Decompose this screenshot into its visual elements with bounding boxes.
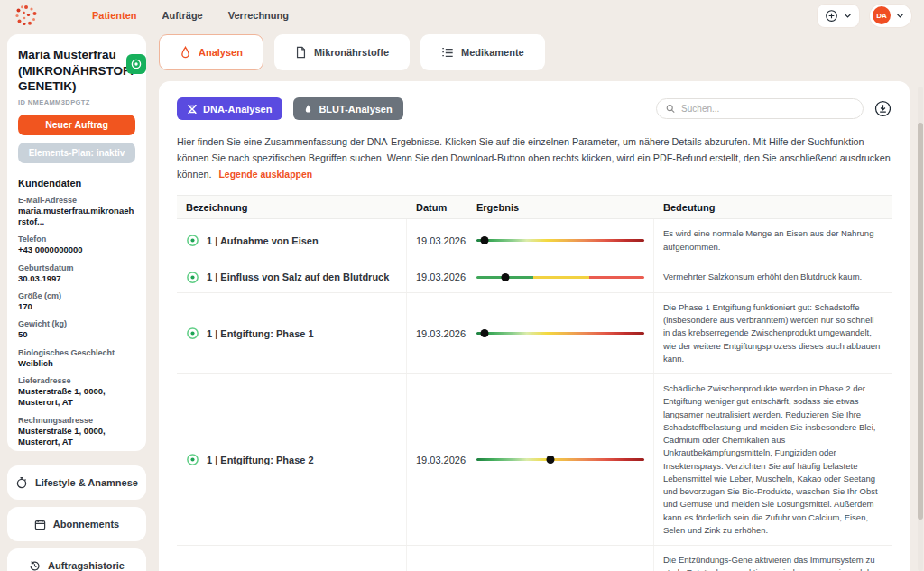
page-scrollbar[interactable] — [918, 87, 923, 571]
parameter-date: 19.03.2026 — [407, 293, 467, 373]
sidebar-item-auftragshistorie[interactable]: Auftragshistorie — [7, 548, 146, 571]
parameter-eye-icon[interactable] — [186, 327, 199, 340]
calendar-icon — [34, 519, 46, 530]
content-tabs: Analysen Mikronährstoffe Medikamente — [159, 34, 545, 70]
parameter-name: 1 | Aufnahme von Eisen — [207, 235, 319, 246]
field-label: Gewicht (kg) — [18, 319, 135, 328]
sidebar-item-label: Abonnements — [53, 519, 119, 530]
tab-label: Medikamente — [461, 47, 524, 58]
tab-mikronaehrstoffe[interactable]: Mikronährstoffe — [274, 34, 410, 70]
sidebar-item-lifestyle-anamnese[interactable]: Lifestyle & Anamnese — [7, 465, 146, 500]
download-icon — [874, 100, 892, 117]
parameter-name: 1 | Entgiftung: Phase 1 — [207, 328, 314, 339]
customer-data-title: Kundendaten — [18, 178, 135, 189]
dna-analyses-button[interactable]: DNA-Analysen — [177, 97, 282, 120]
nav-item-auftraege[interactable]: Aufträge — [162, 10, 203, 21]
field-value: Musterstraße 1, 0000, Musterort, AT — [18, 426, 135, 448]
result-scale — [476, 273, 644, 281]
field-label: Rechnungsadresse — [18, 416, 135, 425]
table-header-row: Bezeichnung Datum Ergebnis Bedeutung — [177, 195, 892, 219]
blut-analyses-label: BLUT-Analysen — [319, 104, 392, 115]
result-gradient-bar — [476, 332, 644, 335]
field-label: Geburtsdatum — [18, 263, 135, 272]
parameter-name: 1 | Einfluss von Salz auf den Blutdruck — [207, 272, 389, 282]
result-scale — [476, 236, 644, 244]
header-bezeichnung: Bezeichnung — [177, 202, 407, 213]
field-label: Lieferadresse — [18, 376, 135, 385]
result-marker-dot — [501, 273, 509, 281]
patient-sidebar: Maria Musterfrau (MIKRONÄHRSTOFF GENETIK… — [7, 34, 146, 451]
field-value: Weiblich — [18, 358, 135, 369]
app-logo-icon — [14, 4, 38, 27]
nav-item-patienten[interactable]: Patienten — [92, 10, 137, 21]
field-lieferadresse: Lieferadresse Musterstraße 1, 0000, Must… — [18, 376, 135, 409]
results-rows: 1 | Aufnahme von Eisen 19.03.2026 Es wir… — [177, 219, 892, 571]
user-menu-button[interactable]: DA — [870, 5, 911, 27]
nav-item-verrechnung[interactable]: Verrechnung — [228, 10, 289, 21]
header-ergebnis: Ergebnis — [467, 202, 654, 213]
field-value: 30.03.1997 — [18, 273, 135, 284]
dna-analyses-label: DNA-Analysen — [203, 104, 272, 115]
panel-description: Hier finden Sie eine Zusammenfassung der… — [177, 134, 892, 182]
chevron-down-icon — [896, 12, 904, 20]
field-value: Musterstraße 1, 0000, Musterort, AT — [18, 386, 135, 409]
parameter-date: 19.03.2026 — [407, 262, 467, 292]
field-telefon: Telefon +43 0000000000 — [18, 235, 135, 255]
parameter-meaning: Es wird eine normale Menge an Eisen aus … — [654, 219, 892, 262]
field-gewicht: Gewicht (kg) 50 — [18, 319, 135, 340]
table-row[interactable]: 1 | Entgiftung: Phase 1 19.03.2026 Die P… — [177, 293, 892, 374]
result-gradient-bar — [476, 458, 644, 461]
scrollbar-thumb[interactable] — [918, 123, 923, 520]
sidebar-item-label: Lifestyle & Anamnese — [35, 477, 138, 488]
parameter-eye-icon[interactable] — [186, 234, 199, 247]
elements-plan-button: Elements-Plan: inaktiv — [18, 143, 135, 163]
table-row[interactable]: 1 | Entzündungsneigung 19.03.2026 Die En… — [177, 546, 892, 571]
parameter-eye-icon[interactable] — [186, 271, 199, 284]
tab-medikamente[interactable]: Medikamente — [420, 34, 545, 70]
sidebar-item-abonnements[interactable]: Abonnements — [7, 507, 146, 541]
result-scale — [476, 456, 644, 464]
user-avatar: DA — [873, 6, 891, 24]
parameter-meaning: Vermehrter Salzkonsum erhöht den Blutdru… — [654, 262, 892, 292]
search-box — [656, 98, 864, 119]
field-rechnungsadresse: Rechnungsadresse Musterstraße 1, 0000, M… — [18, 416, 135, 448]
legend-toggle-link[interactable]: Legende ausklappen — [218, 169, 312, 180]
visibility-badge-icon[interactable] — [126, 54, 146, 74]
dna-icon — [188, 104, 197, 115]
field-label: Telefon — [18, 235, 135, 244]
patient-id: ID NMEAMM3DPGTZ — [18, 98, 135, 106]
sidebar-item-label: Auftragshistorie — [48, 560, 125, 571]
field-value: 170 — [18, 301, 135, 312]
parameter-meaning: Die Entzündungs-Gene aktivieren das Immu… — [654, 546, 892, 571]
blut-analyses-button[interactable]: BLUT-Analysen — [293, 97, 402, 120]
table-row[interactable]: 1 | Entgiftung: Phase 2 19.03.2026 Schäd… — [177, 374, 892, 546]
header-datum: Datum — [407, 202, 467, 213]
result-marker-dot — [481, 236, 489, 244]
field-geschlecht: Biologisches Geschlecht Weiblich — [18, 348, 135, 369]
tab-label: Analysen — [199, 47, 243, 58]
parameter-eye-icon[interactable] — [186, 453, 199, 466]
search-icon — [666, 104, 675, 114]
add-menu-button[interactable] — [818, 5, 859, 27]
top-bar: Patienten Aufträge Verrechnung DA — [0, 0, 924, 31]
search-input[interactable] — [681, 104, 854, 114]
ordered-list-icon — [441, 47, 454, 59]
field-groesse: Größe (cm) 170 — [18, 291, 135, 312]
stopwatch-icon — [15, 476, 28, 489]
result-scale — [476, 329, 644, 337]
download-pdf-button[interactable] — [874, 100, 892, 117]
table-row[interactable]: 1 | Einfluss von Salz auf den Blutdruck … — [177, 262, 892, 293]
analyses-panel: DNA-Analysen BLUT-Analysen Hier finden S… — [159, 81, 910, 571]
result-marker-dot — [546, 456, 554, 464]
field-label: E-Mail-Adresse — [18, 196, 135, 205]
field-value: 50 — [18, 329, 135, 340]
parameter-date: 19.03.2026 — [407, 546, 467, 571]
parameter-meaning: Schädliche Zwischenprodukte werden in Ph… — [654, 374, 892, 545]
table-row[interactable]: 1 | Aufnahme von Eisen 19.03.2026 Es wir… — [177, 219, 892, 262]
parameter-date: 19.03.2026 — [407, 219, 467, 262]
top-navigation: Patienten Aufträge Verrechnung — [92, 10, 289, 21]
field-value: +43 0000000000 — [18, 244, 135, 255]
new-order-button[interactable]: Neuer Auftrag — [18, 115, 135, 135]
tab-analysen[interactable]: Analysen — [159, 34, 263, 70]
result-marker-dot — [481, 329, 489, 337]
